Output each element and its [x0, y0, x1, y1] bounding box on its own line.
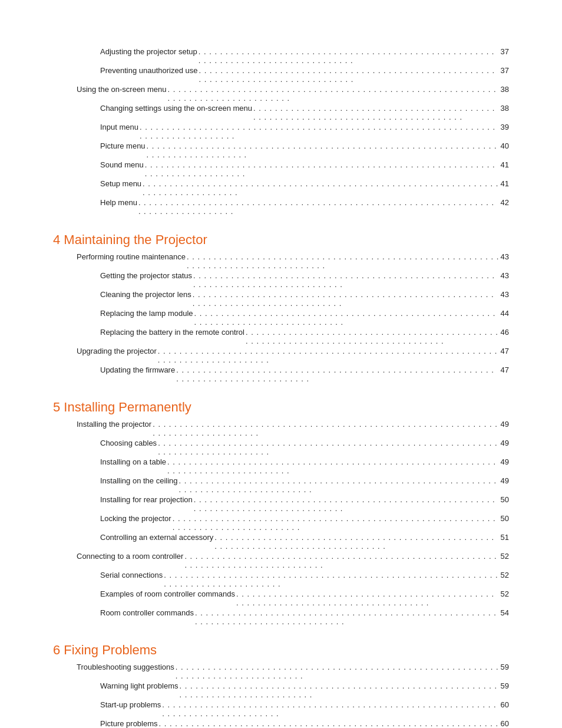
entry-text: Choosing cables — [100, 439, 157, 447]
entry-text: Setup menu — [100, 179, 141, 188]
entry-text: Using the on-screen menu — [77, 85, 166, 94]
entry-dots: . . . . . . . . . . . . . . . . . . . . … — [158, 347, 500, 364]
entry-dots: . . . . . . . . . . . . . . . . . . . . … — [199, 66, 500, 84]
entry-page: 60 — [501, 700, 509, 709]
entry-page: 43 — [501, 271, 509, 280]
entry-dots: . . . . . . . . . . . . . . . . . . . . … — [164, 571, 499, 588]
entry-text: Room controller commands — [100, 608, 194, 617]
toc-entry: Input menu . . . . . . . . . . . . . . .… — [53, 123, 509, 140]
toc-entry: Installing on the ceiling . . . . . . . … — [53, 476, 509, 494]
entry-page: 59 — [501, 681, 509, 690]
entry-text: Sound menu — [100, 160, 144, 169]
toc-entry: Replacing the battery in the remote cont… — [53, 328, 509, 345]
entry-page: 59 — [501, 663, 509, 671]
entry-dots: . . . . . . . . . . . . . . . . . . . . … — [193, 271, 499, 289]
entry-dots: . . . . . . . . . . . . . . . . . . . . … — [140, 123, 499, 140]
toc-entry: Installing the projector . . . . . . . .… — [53, 420, 509, 437]
entry-page: 49 — [501, 457, 509, 466]
toc-entry: Controlling an external accessory . . . … — [53, 533, 509, 551]
section-title: Maintaining the Projector — [64, 232, 207, 247]
entry-text: Connecting to a room controller — [77, 552, 183, 561]
entry-dots: . . . . . . . . . . . . . . . . . . . . … — [194, 495, 500, 513]
toc-entry: Updating the firmware . . . . . . . . . … — [53, 365, 509, 383]
entry-dots: . . . . . . . . . . . . . . . . . . . . … — [236, 589, 500, 607]
section-title: Fixing Problems — [64, 643, 157, 657]
section-number: 6 — [53, 643, 64, 657]
entry-dots: . . . . . . . . . . . . . . . . . . . . … — [153, 420, 499, 437]
toc-container: Adjusting the projector setup . . . . . … — [53, 47, 509, 728]
toc-entry: Picture problems . . . . . . . . . . . .… — [53, 719, 509, 728]
toc-entry: Warning light problems . . . . . . . . .… — [53, 681, 509, 699]
toc-entry: Adjusting the projector setup . . . . . … — [53, 47, 509, 65]
entry-dots: . . . . . . . . . . . . . . . . . . . . … — [173, 514, 500, 532]
entry-page: 43 — [501, 252, 509, 261]
toc-entry: Connecting to a room controller . . . . … — [53, 552, 509, 569]
toc-entry: Performing routine maintenance . . . . .… — [53, 252, 509, 270]
entry-text: Replacing the battery in the remote cont… — [100, 328, 244, 337]
toc-entry: Installing for rear projection . . . . .… — [53, 495, 509, 513]
entry-page: 49 — [501, 439, 509, 447]
entry-dots: . . . . . . . . . . . . . . . . . . . . … — [193, 290, 500, 308]
entry-dots: . . . . . . . . . . . . . . . . . . . . … — [159, 719, 500, 728]
entry-dots: . . . . . . . . . . . . . . . . . . . . … — [158, 439, 499, 456]
entry-text: Cleaning the projector lens — [100, 290, 191, 299]
entry-dots: . . . . . . . . . . . . . . . . . . . . … — [167, 457, 500, 475]
entry-page: 52 — [501, 589, 509, 598]
entry-page: 51 — [501, 533, 509, 542]
entry-page: 49 — [501, 476, 509, 485]
entry-page: 47 — [501, 365, 509, 374]
entry-text: Getting the projector status — [100, 271, 192, 280]
entry-page: 60 — [501, 719, 509, 728]
entry-page: 50 — [501, 495, 509, 504]
entry-text: Installing the projector — [77, 420, 151, 429]
entry-dots: . . . . . . . . . . . . . . . . . . . . … — [138, 198, 500, 216]
entry-page: 49 — [501, 420, 509, 429]
toc-entry: Troubleshooting suggestions . . . . . . … — [53, 663, 509, 680]
entry-text: Installing on a table — [100, 457, 166, 466]
entry-page: 44 — [501, 309, 509, 318]
toc-entry: Cleaning the projector lens . . . . . . … — [53, 290, 509, 308]
section-number: 5 — [53, 400, 64, 414]
toc-entry: Installing on a table . . . . . . . . . … — [53, 457, 509, 475]
entry-page: 41 — [501, 179, 509, 188]
entry-dots: . . . . . . . . . . . . . . . . . . . . … — [176, 663, 500, 680]
entry-text: Troubleshooting suggestions — [77, 663, 174, 671]
entry-text: Locking the projector — [100, 514, 171, 523]
entry-text: Start-up problems — [100, 700, 161, 709]
entry-text: Serial connections — [100, 571, 163, 579]
entry-page: 41 — [501, 160, 509, 169]
entry-text: Updating the firmware — [100, 365, 175, 374]
entry-text: Input menu — [100, 123, 138, 131]
entry-dots: . . . . . . . . . . . . . . . . . . . . … — [195, 608, 500, 626]
entry-dots: . . . . . . . . . . . . . . . . . . . . … — [179, 476, 500, 494]
toc-entry: Room controller commands . . . . . . . .… — [53, 608, 509, 626]
entry-page: 40 — [501, 141, 509, 150]
toc-entry: Changing settings using the on-screen me… — [53, 104, 509, 121]
entry-page: 37 — [501, 47, 509, 56]
entry-text: Performing routine maintenance — [77, 252, 186, 261]
entry-text: Picture problems — [100, 719, 158, 728]
entry-text: Controlling an external accessory — [100, 533, 213, 542]
section-heading: 6 Fixing Problems — [53, 643, 509, 658]
entry-dots: . . . . . . . . . . . . . . . . . . . . … — [167, 85, 499, 103]
toc-entry: Replacing the lamp module . . . . . . . … — [53, 309, 509, 327]
entry-text: Adjusting the projector setup — [100, 47, 197, 56]
toc-entry: Sound menu . . . . . . . . . . . . . . .… — [53, 160, 509, 178]
entry-dots: . . . . . . . . . . . . . . . . . . . . … — [147, 141, 500, 159]
entry-page: 38 — [501, 85, 509, 94]
entry-dots: . . . . . . . . . . . . . . . . . . . . … — [253, 104, 500, 121]
entry-text: Installing for rear projection — [100, 495, 193, 504]
toc-entry: Upgrading the projector . . . . . . . . … — [53, 347, 509, 364]
entry-text: Examples of room controller commands — [100, 589, 235, 598]
entry-page: 38 — [501, 104, 509, 113]
entry-text: Preventing unauthorized use — [100, 66, 198, 75]
entry-text: Replacing the lamp module — [100, 309, 193, 318]
entry-page: 54 — [501, 608, 509, 617]
entry-page: 52 — [501, 552, 509, 561]
entry-dots: . . . . . . . . . . . . . . . . . . . . … — [143, 179, 499, 197]
entry-text: Changing settings using the on-screen me… — [100, 104, 252, 113]
toc-entry: Serial connections . . . . . . . . . . .… — [53, 571, 509, 588]
entry-page: 46 — [501, 328, 509, 337]
toc-entry: Setup menu . . . . . . . . . . . . . . .… — [53, 179, 509, 197]
entry-dots: . . . . . . . . . . . . . . . . . . . . … — [194, 309, 500, 327]
